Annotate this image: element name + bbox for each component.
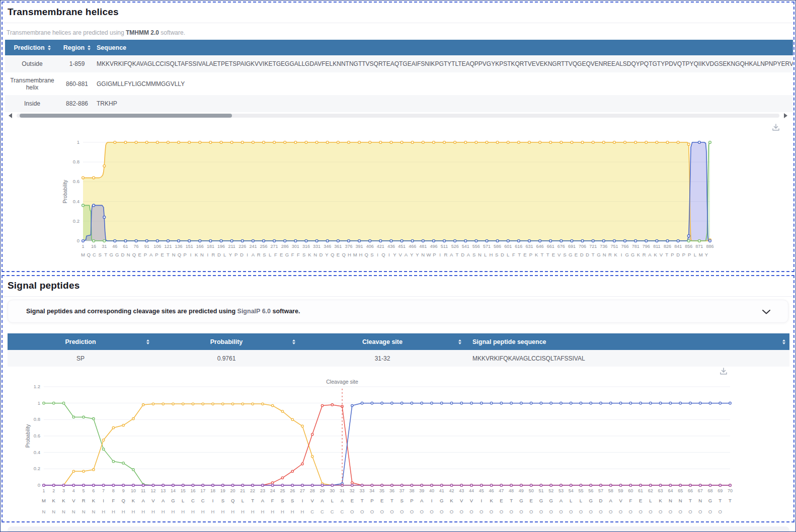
svg-text:M: M [353, 252, 357, 257]
svg-text:N: N [669, 498, 672, 503]
svg-text:59: 59 [618, 488, 623, 493]
svg-text:T: T [729, 498, 732, 503]
svg-text:G: G [625, 252, 629, 257]
column-label: Signal peptide sequence [465, 338, 789, 345]
svg-text:31: 31 [102, 244, 107, 249]
svg-text:N: N [72, 509, 75, 514]
cell-sequence: MKKVRKIFQKAVAGLCCISQLTAFSSIVALAETPETSPAI… [95, 58, 793, 69]
svg-text:S: S [495, 252, 498, 257]
svg-text:106: 106 [153, 244, 161, 249]
chevron-down-icon[interactable] [762, 309, 771, 315]
svg-text:N: N [603, 252, 606, 257]
svg-text:C: C [191, 498, 195, 503]
svg-text:O: O [688, 509, 692, 514]
svg-text:P: P [682, 252, 685, 257]
svg-text:K: K [490, 498, 493, 503]
svg-text:S: S [370, 252, 373, 257]
svg-text:O: O [678, 509, 682, 514]
svg-text:601: 601 [504, 244, 512, 249]
scroll-right-icon[interactable] [784, 113, 787, 118]
cell-prediction: Transmembrane helix [5, 75, 59, 93]
svg-text:V: V [558, 252, 561, 257]
svg-text:G: G [285, 252, 289, 257]
svg-text:N: N [172, 252, 176, 257]
svg-text:G: G [440, 498, 443, 503]
svg-text:30: 30 [330, 488, 335, 493]
svg-text:C: C [321, 509, 324, 514]
svg-text:691: 691 [568, 244, 576, 249]
svg-text:M: M [42, 498, 46, 503]
table-header-row: Prediction Region Sequence [5, 40, 793, 55]
scrollbar-thumb[interactable] [20, 114, 232, 118]
svg-text:Probability: Probability [62, 180, 68, 204]
svg-text:O: O [440, 509, 443, 514]
sort-icon[interactable] [88, 45, 91, 50]
sort-icon[interactable] [782, 339, 785, 344]
svg-text:O: O [410, 509, 414, 514]
tmhmm-probability-chart: 00.20.40.60.81Probability116314661769110… [61, 134, 715, 261]
svg-text:T: T [592, 252, 595, 257]
svg-text:7: 7 [102, 488, 105, 493]
sort-icon[interactable] [146, 339, 149, 344]
svg-text:Y: Y [705, 252, 708, 257]
next-section-collapsed-bar[interactable] [8, 526, 789, 532]
svg-text:1: 1 [38, 400, 40, 406]
svg-text:L: L [484, 252, 487, 257]
prediction-results-page: Transmembrane helices Transmembrane heli… [0, 0, 796, 532]
svg-text:871: 871 [695, 244, 703, 249]
scroll-left-icon[interactable] [9, 113, 12, 118]
svg-text:K: K [637, 252, 641, 257]
svg-text:P: P [410, 498, 413, 503]
svg-text:0.8: 0.8 [34, 416, 40, 422]
svg-text:1.2: 1.2 [34, 384, 40, 389]
cell-sequence: TRKHP [95, 98, 793, 109]
svg-text:211: 211 [228, 244, 235, 249]
svg-text:K: K [450, 498, 453, 503]
download-chart-icon[interactable] [719, 367, 728, 376]
svg-text:20: 20 [230, 488, 235, 493]
svg-text:48: 48 [509, 488, 514, 493]
svg-text:S: S [563, 252, 566, 257]
svg-text:I: I [388, 252, 390, 257]
svg-text:R: R [212, 252, 215, 257]
svg-text:50: 50 [529, 488, 534, 493]
svg-text:706: 706 [579, 244, 586, 249]
svg-text:9: 9 [122, 488, 125, 493]
svg-text:E: E [138, 252, 141, 257]
signal-section-title: Signal peptides [8, 280, 79, 291]
svg-text:376: 376 [345, 244, 352, 249]
svg-text:0.2: 0.2 [73, 218, 79, 224]
cell-sequence: GGIGMLLFYLIGCMMMGGVLLY [95, 78, 793, 90]
scrollbar-track[interactable] [17, 114, 779, 118]
download-chart-icon[interactable] [771, 123, 780, 132]
svg-text:28: 28 [310, 488, 315, 493]
svg-text:A: A [142, 498, 145, 503]
svg-text:166: 166 [196, 244, 204, 249]
svg-text:S: S [472, 252, 475, 257]
svg-text:L: L [694, 252, 696, 257]
svg-text:G: G [549, 498, 552, 503]
svg-text:O: O [430, 509, 433, 514]
svg-text:I: I [377, 252, 378, 257]
sort-icon[interactable] [292, 339, 295, 344]
svg-text:766: 766 [621, 244, 629, 249]
svg-text:F: F [297, 252, 300, 257]
svg-text:T: T [546, 252, 549, 257]
svg-text:571: 571 [483, 244, 491, 249]
signal-description-panel[interactable]: Signal peptides and corresponding cleava… [8, 300, 788, 323]
svg-text:241: 241 [249, 244, 257, 249]
transmembrane-table: Prediction Region Sequence Outside 1-859… [5, 40, 793, 112]
svg-text:196: 196 [217, 244, 225, 249]
svg-text:O: O [698, 509, 702, 514]
svg-text:E: E [280, 252, 283, 257]
svg-text:S: S [99, 252, 102, 257]
sort-icon[interactable] [48, 45, 51, 50]
svg-text:L: L [223, 252, 226, 257]
svg-text:F: F [274, 252, 277, 257]
svg-text:O: O [569, 509, 573, 514]
svg-text:271: 271 [271, 244, 278, 249]
svg-text:6: 6 [92, 488, 95, 493]
cell-signal-sequence: MKKVRKIFQKAVAGLCCISQLTAFSSIVAL [465, 350, 789, 367]
sort-icon[interactable] [458, 339, 461, 344]
svg-text:L: L [649, 498, 652, 503]
